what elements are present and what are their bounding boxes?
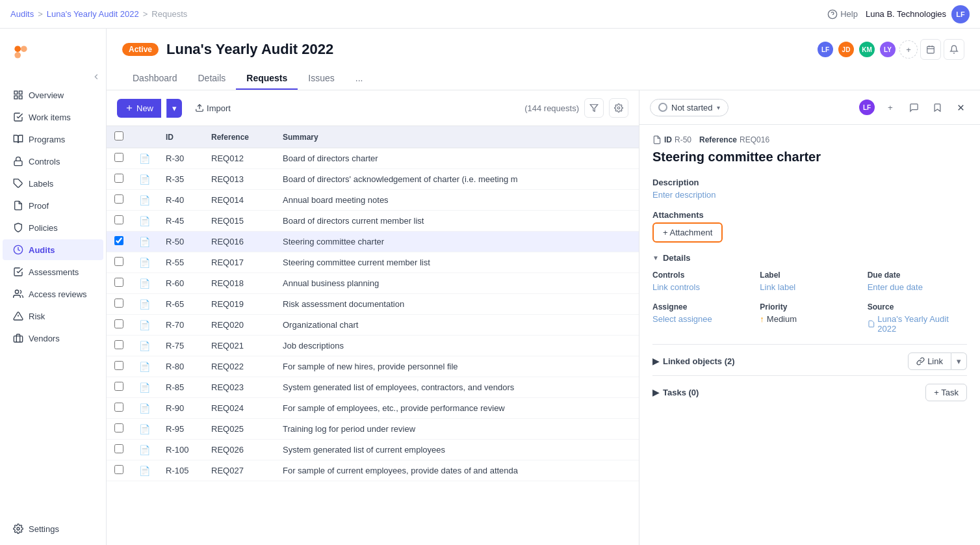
controls-value[interactable]: Link controls bbox=[652, 282, 752, 292]
breadcrumb-audit-name[interactable]: Luna's Yearly Audit 2022 bbox=[47, 9, 139, 19]
row-checkbox[interactable] bbox=[114, 278, 123, 287]
row-checkbox[interactable] bbox=[114, 403, 123, 412]
sidebar-item-settings[interactable]: Settings bbox=[3, 518, 103, 539]
calendar-icon-btn[interactable] bbox=[920, 39, 941, 60]
description-input[interactable]: Enter description bbox=[652, 190, 967, 200]
close-detail-button[interactable] bbox=[951, 98, 970, 116]
tab-requests[interactable]: Requests bbox=[236, 68, 298, 90]
details-toggle[interactable]: ▼ Details bbox=[652, 253, 967, 263]
row-checkbox[interactable] bbox=[114, 153, 123, 162]
table-row[interactable]: 📄 R-30 REQ012 Board of directors charter bbox=[107, 148, 639, 169]
table-row[interactable]: 📄 R-55 REQ017 Steering committee current… bbox=[107, 252, 639, 273]
sidebar-item-label: Controls bbox=[29, 157, 60, 166]
sidebar-item-policies[interactable]: Policies bbox=[3, 217, 103, 238]
sidebar-item-controls[interactable]: Controls bbox=[3, 151, 103, 172]
sidebar-item-assessments[interactable]: Assessments bbox=[3, 261, 103, 282]
sidebar-item-work-items[interactable]: Work items bbox=[3, 107, 103, 127]
col-reference: Reference bbox=[203, 126, 275, 148]
table-row[interactable]: 📄 R-50 REQ016 Steering committee charter bbox=[107, 232, 639, 252]
table-row[interactable]: 📄 R-35 REQ013 Board of directors' acknow… bbox=[107, 169, 639, 190]
row-checkbox[interactable] bbox=[114, 465, 123, 474]
linked-header: ▶ Linked objects (2) Link ▾ bbox=[652, 352, 967, 370]
table-row[interactable]: 📄 R-105 REQ027 For sample of current emp… bbox=[107, 460, 639, 481]
row-checkbox[interactable] bbox=[114, 299, 123, 308]
due-date-value[interactable]: Enter due date bbox=[868, 282, 967, 292]
table-row[interactable]: 📄 R-100 REQ026 System generated list of … bbox=[107, 440, 639, 460]
row-checkbox[interactable] bbox=[114, 236, 123, 245]
table-row[interactable]: 📄 R-85 REQ023 System generated list of e… bbox=[107, 377, 639, 398]
avatar: KM bbox=[858, 40, 876, 59]
requests-table-scroll[interactable]: ID Reference Summary 📄 R-30 REQ012 Board… bbox=[107, 126, 639, 545]
col-summary: Summary bbox=[275, 126, 639, 148]
table-row[interactable]: 📄 R-65 REQ019 Risk assessment documentat… bbox=[107, 294, 639, 315]
sidebar-item-risk[interactable]: Risk bbox=[3, 306, 103, 326]
tasks-expand-icon: ▶ bbox=[652, 388, 659, 397]
filter-button[interactable] bbox=[584, 98, 604, 118]
row-reference: REQ025 bbox=[203, 419, 275, 440]
sidebar-item-programs[interactable]: Programs bbox=[3, 129, 103, 150]
breadcrumb-audits[interactable]: Audits bbox=[10, 9, 34, 19]
doc-icon: 📄 bbox=[139, 278, 150, 289]
import-button[interactable]: Import bbox=[187, 99, 239, 118]
label-value[interactable]: Link label bbox=[760, 282, 859, 292]
row-checkbox[interactable] bbox=[114, 174, 123, 183]
new-dropdown-button[interactable]: ▾ bbox=[166, 99, 182, 118]
table-row[interactable]: 📄 R-45 REQ015 Board of directors current… bbox=[107, 211, 639, 232]
row-checkbox[interactable] bbox=[114, 215, 123, 224]
tasks-toggle[interactable]: ▶ Tasks (0) bbox=[652, 388, 699, 397]
tab-details[interactable]: Details bbox=[188, 68, 237, 90]
row-checkbox[interactable] bbox=[114, 340, 123, 349]
row-id: R-50 bbox=[158, 232, 203, 252]
tab-issues[interactable]: Issues bbox=[298, 68, 344, 90]
select-all-checkbox[interactable] bbox=[114, 131, 123, 140]
linked-objects-toggle[interactable]: ▶ Linked objects (2) bbox=[652, 356, 735, 366]
assignee-value[interactable]: Select assignee bbox=[652, 314, 752, 324]
detail-title: Steering committee charter bbox=[652, 150, 967, 165]
sidebar-item-audits[interactable]: Audits bbox=[3, 239, 103, 260]
table-row[interactable]: 📄 R-40 REQ014 Annual board meeting notes bbox=[107, 190, 639, 211]
new-button[interactable]: New bbox=[117, 99, 161, 118]
link-dropdown-button[interactable]: ▾ bbox=[951, 352, 967, 370]
row-summary: Organizational chart bbox=[275, 315, 639, 336]
add-collaborator-button[interactable]: + bbox=[881, 98, 899, 116]
sidebar-item-labels[interactable]: Labels bbox=[3, 173, 103, 194]
status-button[interactable]: Not started ▾ bbox=[650, 99, 729, 116]
row-reference: REQ013 bbox=[203, 169, 275, 190]
source-value[interactable]: Luna's Yearly Audit 2022 bbox=[868, 314, 967, 334]
priority-arrow-icon: ↑ bbox=[760, 314, 764, 324]
row-checkbox[interactable] bbox=[114, 382, 123, 391]
sidebar-item-overview[interactable]: Overview bbox=[3, 85, 103, 105]
tab-more[interactable]: ... bbox=[345, 68, 374, 90]
table-row[interactable]: 📄 R-80 REQ022 For sample of new hires, p… bbox=[107, 356, 639, 377]
link-button[interactable]: Link bbox=[908, 352, 951, 370]
table-settings-button[interactable] bbox=[609, 98, 628, 118]
row-summary: System generated list of current employe… bbox=[275, 440, 639, 460]
sidebar-collapse-button[interactable] bbox=[0, 70, 106, 84]
row-checkbox[interactable] bbox=[114, 423, 123, 432]
table-row[interactable]: 📄 R-95 REQ025 Training log for period un… bbox=[107, 419, 639, 440]
sidebar-item-vendors[interactable]: Vendors bbox=[3, 328, 103, 349]
row-id: R-35 bbox=[158, 169, 203, 190]
notification-icon-btn[interactable] bbox=[944, 39, 964, 60]
row-checkbox[interactable] bbox=[114, 361, 123, 370]
table-row[interactable]: 📄 R-90 REQ024 For sample of employees, e… bbox=[107, 398, 639, 419]
comment-button[interactable] bbox=[905, 98, 923, 116]
add-task-button[interactable]: + Task bbox=[925, 384, 967, 401]
sidebar-item-proof[interactable]: Proof bbox=[3, 195, 103, 216]
help-button[interactable]: Help bbox=[827, 9, 858, 20]
sidebar-item-access-reviews[interactable]: Access reviews bbox=[3, 284, 103, 304]
table-row[interactable]: 📄 R-60 REQ018 Annual business planning bbox=[107, 273, 639, 294]
row-checkbox[interactable] bbox=[114, 319, 123, 328]
link-button-group: Link ▾ bbox=[908, 352, 967, 370]
tab-dashboard[interactable]: Dashboard bbox=[122, 68, 188, 90]
row-checkbox[interactable] bbox=[114, 444, 123, 453]
add-attachment-button[interactable]: + Attachment bbox=[652, 222, 723, 243]
row-summary: For sample of new hires, provide personn… bbox=[275, 356, 639, 377]
bookmark-button[interactable] bbox=[928, 98, 946, 116]
table-row[interactable]: 📄 R-75 REQ021 Job descriptions bbox=[107, 336, 639, 356]
table-row[interactable]: 📄 R-70 REQ020 Organizational chart bbox=[107, 315, 639, 336]
add-member-button[interactable]: + bbox=[899, 40, 918, 59]
row-checkbox[interactable] bbox=[114, 194, 123, 204]
attachments-label: Attachments bbox=[652, 210, 967, 220]
row-checkbox[interactable] bbox=[114, 257, 123, 266]
